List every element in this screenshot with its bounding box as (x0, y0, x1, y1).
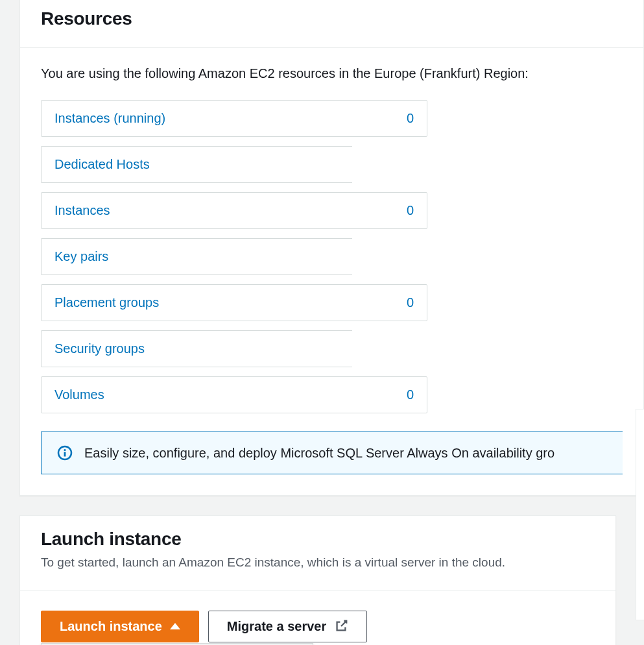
resource-name: Dedicated Hosts (54, 157, 150, 172)
resource-tile-security-groups[interactable]: Security groups (41, 330, 352, 367)
resource-tile-dedicated-hosts[interactable]: Dedicated Hosts (41, 146, 352, 183)
launch-instance-dropdown: Launch instance Launch instance from tem… (41, 643, 313, 646)
launch-body: Launch instance Migrate a server Launch … (20, 590, 615, 646)
launch-panel: Launch instance To get started, launch a… (19, 515, 616, 645)
external-link-icon (334, 619, 348, 633)
resource-count: 0 (407, 203, 414, 218)
resource-tile-placement-groups[interactable]: Placement groups 0 (41, 284, 427, 321)
svg-point-1 (64, 449, 66, 451)
resource-name: Instances (54, 203, 110, 218)
resources-panel: Resources You are using the following Am… (19, 0, 644, 496)
resource-count: 0 (407, 111, 414, 126)
caret-up-icon (170, 623, 180, 629)
resource-name: Security groups (54, 341, 145, 356)
resource-name: Instances (running) (54, 111, 165, 126)
resource-count: 0 (407, 387, 414, 402)
svg-line-3 (341, 621, 346, 626)
resources-header: Resources (20, 0, 643, 47)
migrate-server-button[interactable]: Migrate a server (208, 611, 367, 642)
resource-grid: Instances (running) 0 Dedicated Hosts In… (41, 100, 623, 413)
resource-tile-instances-running[interactable]: Instances (running) 0 (41, 100, 427, 137)
svg-rect-2 (64, 452, 66, 457)
resources-body: You are using the following Amazon EC2 r… (20, 47, 643, 495)
launch-instance-button[interactable]: Launch instance (41, 611, 199, 642)
info-icon (57, 445, 73, 461)
page-title: Resources (41, 8, 623, 29)
resource-tile-key-pairs[interactable]: Key pairs (41, 238, 352, 275)
adjacent-panel-peek (636, 409, 644, 620)
resource-tile-instances[interactable]: Instances 0 (41, 192, 427, 229)
resource-tile-volumes[interactable]: Volumes 0 (41, 376, 427, 413)
resource-name: Volumes (54, 387, 104, 402)
info-banner: Easily size, configure, and deploy Micro… (41, 432, 623, 474)
resource-name: Key pairs (54, 249, 108, 264)
banner-text: Easily size, configure, and deploy Micro… (84, 446, 555, 461)
resource-count: 0 (407, 295, 414, 310)
launch-subtext: To get started, launch an Amazon EC2 ins… (41, 554, 595, 572)
button-row: Launch instance Migrate a server (41, 611, 595, 642)
launch-title: Launch instance (41, 529, 595, 550)
button-label: Launch instance (60, 619, 162, 634)
resource-name: Placement groups (54, 295, 159, 310)
launch-header: Launch instance To get started, launch a… (20, 516, 615, 590)
button-label: Migrate a server (227, 619, 326, 634)
intro-text: You are using the following Amazon EC2 r… (41, 64, 623, 83)
